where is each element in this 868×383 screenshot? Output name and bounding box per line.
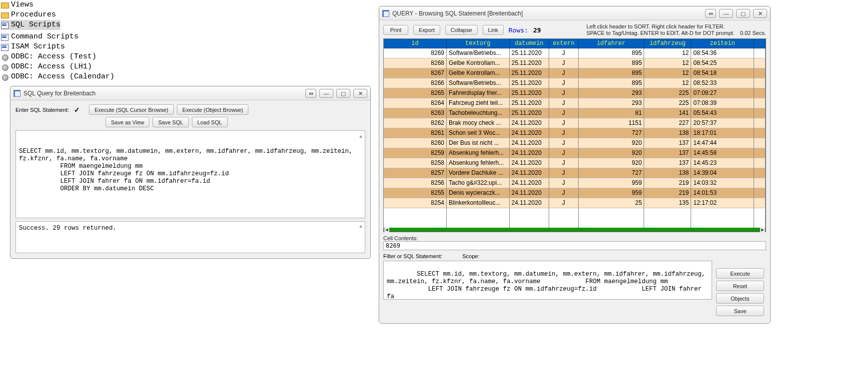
cell-idfahrzeug[interactable]: 225 xyxy=(644,88,691,98)
cell-idfahrer[interactable]: 895 xyxy=(578,78,644,88)
tree-item[interactable]: Procedures xyxy=(1,10,114,20)
cell-idfahrer[interactable]: 895 xyxy=(578,48,644,58)
cell-idfahrzeug[interactable]: 227 xyxy=(644,118,691,128)
tree-item[interactable]: ISAM Scripts xyxy=(1,42,114,52)
cell-datumein[interactable]: 25.11.2020 xyxy=(509,68,549,78)
cell-extern[interactable]: J xyxy=(549,58,578,68)
cell-id[interactable]: 8263 xyxy=(384,108,447,118)
cell-idfahrzeug[interactable]: 219 xyxy=(644,188,691,198)
cell-extern[interactable]: J xyxy=(549,108,578,118)
sql-statement-input[interactable]: SELECT mm.id, mm.textorg, mm.datumein, m… xyxy=(15,130,365,218)
cell-idfahrer[interactable]: 920 xyxy=(578,158,644,168)
cell-zeitein[interactable]: 12:17:02 xyxy=(691,198,754,208)
cell-zeitein[interactable]: 14:45:23 xyxy=(691,158,754,168)
tree-item[interactable]: ODBC: Access (Calendar) xyxy=(1,72,114,82)
scroll-left-icon[interactable]: ◄ xyxy=(384,227,389,232)
export-button[interactable]: Export xyxy=(413,25,440,35)
nav-tree[interactable]: Views Procedures SQL Scripts Command Scr… xyxy=(1,0,114,82)
load-sql-button[interactable]: Load SQL xyxy=(192,117,228,127)
table-row[interactable]: 8266Software/Betriebs...25.11.2020J89512… xyxy=(384,78,766,88)
cell-datumein[interactable]: 24.11.2020 xyxy=(509,148,549,158)
table-row[interactable]: 8264Fahrzeug zieht teil...25.11.2020J293… xyxy=(384,98,766,108)
column-header-id[interactable]: id xyxy=(384,39,447,48)
cell-id[interactable]: 8267 xyxy=(384,68,447,78)
tree-item[interactable]: ODBC: Access (Test) xyxy=(1,52,114,62)
cell-textorg[interactable]: Tacho g&#322;upi... xyxy=(447,178,510,188)
scroll-right-icon[interactable]: ► xyxy=(760,227,765,232)
cell-id[interactable]: 8264 xyxy=(384,98,447,108)
cell-textorg[interactable]: Der Bus ist nicht ... xyxy=(447,138,510,148)
cell-textorg[interactable]: Schon seit 3 Woc... xyxy=(447,128,510,138)
cell-zeitein[interactable]: 14:01:53 xyxy=(691,188,754,198)
cell-textorg[interactable]: Blinkerkontollleuc... xyxy=(447,198,510,208)
cell-textorg[interactable]: Tachobeleuchtung... xyxy=(447,108,510,118)
cell-idfahrer[interactable]: 895 xyxy=(578,58,644,68)
cell-extern[interactable]: J xyxy=(549,158,578,168)
objects-button[interactable]: Objects xyxy=(716,293,764,304)
cell-zeitein[interactable]: 08:52:33 xyxy=(691,78,754,88)
cell-id[interactable]: 8258 xyxy=(384,158,447,168)
window-prev-button[interactable]: ⇔ xyxy=(305,89,316,98)
cell-zeitein[interactable]: 05:54:43 xyxy=(691,108,754,118)
cell-datumein[interactable]: 24.11.2020 xyxy=(509,188,549,198)
reset-button[interactable]: Reset xyxy=(716,281,764,291)
minimize-button[interactable]: — xyxy=(719,9,733,18)
cell-id[interactable]: 8256 xyxy=(384,178,447,188)
cell-idfahrer[interactable]: 25 xyxy=(578,198,644,208)
browse-titlebar[interactable]: QUERY - Browsing SQL Statement [Breitenb… xyxy=(379,6,770,20)
close-button[interactable]: ✕ xyxy=(353,89,367,98)
column-header-extern[interactable]: extern xyxy=(549,39,578,48)
table-row[interactable]: 8257Vordere Dachluke ...24.11.2020J72713… xyxy=(384,168,766,178)
cell-textorg[interactable]: Fahrerdisplay frier... xyxy=(447,88,510,98)
cell-id[interactable]: 8268 xyxy=(384,58,447,68)
cell-idfahrzeug[interactable]: 135 xyxy=(644,198,691,208)
sql-query-titlebar[interactable]: SQL Query for Breitenbach ⇔ — ▢ ✕ xyxy=(10,86,370,100)
filter-sql-input[interactable]: SELECT mm.id, mm.textorg, mm.datumein, m… xyxy=(383,261,712,300)
cell-id[interactable]: 8266 xyxy=(384,78,447,88)
cell-zeitein[interactable]: 14:47:44 xyxy=(691,138,754,148)
window-prev-button[interactable]: ⇔ xyxy=(705,9,716,18)
cell-textorg[interactable]: Absenkung fehlerh... xyxy=(447,148,510,158)
cell-datumein[interactable]: 25.11.2020 xyxy=(509,48,549,58)
cell-datumein[interactable]: 24.11.2020 xyxy=(509,128,549,138)
cell-extern[interactable]: J xyxy=(549,148,578,158)
cell-extern[interactable]: J xyxy=(549,128,578,138)
table-row[interactable]: 8269Software/Betriebs...25.11.2020J89512… xyxy=(384,48,766,58)
tree-item[interactable]: ODBC: Access (LH1) xyxy=(1,62,114,72)
cell-extern[interactable]: J xyxy=(549,68,578,78)
column-header-datumein[interactable]: datumein xyxy=(509,39,549,48)
cell-idfahrzeug[interactable]: 138 xyxy=(644,128,691,138)
execute-button[interactable]: Execute xyxy=(716,268,764,279)
cell-extern[interactable]: J xyxy=(549,198,578,208)
cell-idfahrer[interactable]: 920 xyxy=(578,138,644,148)
cell-id[interactable]: 8269 xyxy=(384,48,447,58)
column-header-textorg[interactable]: textorg xyxy=(447,39,510,48)
cell-extern[interactable]: J xyxy=(549,88,578,98)
cell-idfahrer[interactable]: 727 xyxy=(578,128,644,138)
cell-zeitein[interactable]: 14:03:32 xyxy=(691,178,754,188)
cell-idfahrzeug[interactable]: 141 xyxy=(644,108,691,118)
cell-textorg[interactable]: Brak mocy check ... xyxy=(447,118,510,128)
maximize-button[interactable]: ▢ xyxy=(336,89,350,98)
scroll-up-icon[interactable]: ▲ xyxy=(358,224,364,229)
cell-idfahrer[interactable]: 959 xyxy=(578,188,644,198)
cell-id[interactable]: 8259 xyxy=(384,148,447,158)
cell-id[interactable]: 8255 xyxy=(384,188,447,198)
cell-idfahrzeug[interactable]: 219 xyxy=(644,178,691,188)
table-row[interactable]: 8261Schon seit 3 Woc...24.11.2020J727138… xyxy=(384,128,766,138)
cell-id[interactable]: 8260 xyxy=(384,138,447,148)
cell-extern[interactable]: J xyxy=(549,138,578,148)
cell-zeitein[interactable]: 18:17:01 xyxy=(691,128,754,138)
minimize-button[interactable]: — xyxy=(319,89,333,98)
cell-id[interactable]: 8254 xyxy=(384,198,447,208)
table-row[interactable]: 8255Denis wycieraczk...24.11.2020J959219… xyxy=(384,188,766,198)
cell-id[interactable]: 8257 xyxy=(384,168,447,178)
column-header-idfahrer[interactable]: idfahrer xyxy=(578,39,644,48)
cell-id[interactable]: 8261 xyxy=(384,128,447,138)
cell-extern[interactable]: J xyxy=(549,78,578,88)
cell-zeitein[interactable]: 07:09:27 xyxy=(691,88,754,98)
cell-zeitein[interactable]: 08:54:25 xyxy=(691,58,754,68)
cell-datumein[interactable]: 24.11.2020 xyxy=(509,118,549,128)
execute-cursor-button[interactable]: Execute (SQL Cursor Browse) xyxy=(89,104,174,115)
cell-datumein[interactable]: 24.11.2020 xyxy=(509,138,549,148)
